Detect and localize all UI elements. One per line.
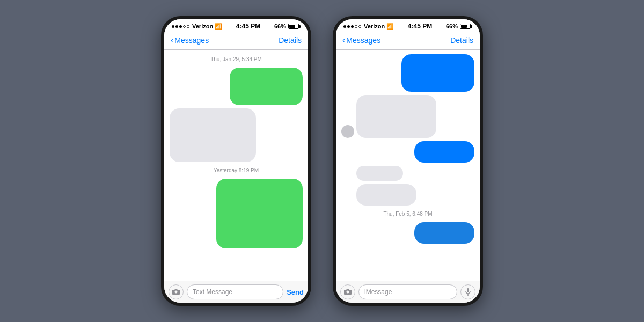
dot3	[179, 25, 182, 28]
avatar-row-2a	[341, 95, 474, 138]
back-label-1: Messages	[174, 36, 209, 45]
battery-fill-2	[461, 25, 467, 28]
back-button-1[interactable]: ‹ Messages	[171, 35, 209, 45]
timestamp-2a: Thu, Feb 5, 6:48 PM	[341, 211, 474, 217]
message-placeholder-2: iMessage	[364, 288, 392, 296]
detail-button-1[interactable]: Details	[279, 36, 302, 45]
battery-tip-1	[299, 25, 301, 28]
carrier-2: Verizon	[364, 23, 385, 30]
bubble-sent-2a	[401, 54, 474, 92]
battery-body-1	[288, 24, 299, 29]
battery-fill-1	[289, 25, 295, 28]
back-label-2: Messages	[346, 36, 380, 45]
bubble-sent-1a	[230, 68, 303, 105]
signal-dots-2	[343, 25, 361, 28]
bubble-received-2c	[356, 184, 416, 206]
messages-area-1: Thu, Jan 29, 5:34 PM Yesterday 8:19 PM	[164, 50, 308, 281]
dot2	[175, 25, 178, 28]
wifi-icon-2: 📶	[386, 23, 394, 30]
dot2-2	[347, 25, 350, 28]
nav-bar-2: ‹ Messages Details	[336, 32, 480, 50]
time-1: 4:45 PM	[236, 23, 260, 30]
status-left-2: Verizon 📶	[343, 23, 394, 30]
bubble-sent-2b	[414, 141, 474, 163]
avatar-2	[341, 125, 354, 138]
input-bar-2: iMessage	[336, 281, 480, 303]
bubble-sent-1b	[216, 179, 303, 248]
avatar-row-2b	[341, 166, 474, 181]
back-button-2[interactable]: ‹ Messages	[342, 35, 380, 45]
svg-rect-0	[467, 288, 469, 292]
signal-dots-1	[172, 25, 189, 28]
input-bar-1: Text Message Send	[164, 281, 308, 303]
dot3-2	[351, 25, 354, 28]
battery-pct-2: 66%	[446, 23, 458, 30]
message-input-1[interactable]: Text Message	[187, 284, 283, 299]
wifi-icon-1: 📶	[215, 23, 222, 30]
status-left-1: Verizon 📶	[172, 23, 222, 30]
bubble-received-1a	[170, 108, 256, 162]
bubble-received-2a	[356, 95, 436, 138]
back-chevron-1: ‹	[171, 35, 173, 45]
status-right-1: 66%	[274, 23, 301, 30]
detail-button-2[interactable]: Details	[450, 36, 473, 45]
dot5	[187, 25, 189, 28]
mic-button-2[interactable]	[460, 284, 475, 299]
dot1	[172, 25, 174, 28]
dot4-2	[355, 25, 357, 28]
message-placeholder-1: Text Message	[193, 288, 232, 296]
carrier-1: Verizon	[192, 23, 213, 30]
battery-icon-2	[460, 24, 472, 29]
battery-tip-2	[471, 25, 472, 28]
bubble-sent-2c	[414, 222, 474, 244]
camera-icon-2	[344, 289, 352, 295]
camera-button-2[interactable]	[340, 284, 355, 299]
message-input-2[interactable]: iMessage	[358, 284, 457, 299]
avatar-row-2c	[341, 184, 474, 206]
bubble-received-2b	[356, 166, 403, 181]
send-button-1[interactable]: Send	[287, 288, 304, 296]
dot1-2	[343, 25, 346, 28]
back-chevron-2: ‹	[342, 35, 345, 45]
dot4	[183, 25, 186, 28]
status-bar-2: Verizon 📶 4:45 PM 66%	[336, 19, 480, 32]
camera-button-1[interactable]	[169, 284, 184, 299]
battery-pct-1: 66%	[274, 23, 286, 30]
camera-icon-1	[172, 289, 180, 295]
timestamp-1a: Thu, Jan 29, 5:34 PM	[170, 56, 303, 62]
messages-area-2: Thu, Feb 5, 6:48 PM	[336, 50, 480, 281]
battery-body-2	[460, 24, 471, 29]
phone-2: Verizon 📶 4:45 PM 66% ‹ Messages Details	[333, 16, 483, 306]
phone-1: Verizon 📶 4:45 PM 66% ‹ Messages Details…	[161, 16, 311, 306]
mic-icon-2	[465, 288, 471, 296]
status-bar-1: Verizon 📶 4:45 PM 66%	[164, 19, 308, 32]
timestamp-1b: Yesterday 8:19 PM	[170, 167, 303, 173]
status-right-2: 66%	[446, 23, 472, 30]
dot5-2	[358, 25, 361, 28]
time-2: 4:45 PM	[408, 23, 432, 30]
battery-icon-1	[288, 24, 301, 29]
nav-bar-1: ‹ Messages Details	[164, 32, 308, 50]
